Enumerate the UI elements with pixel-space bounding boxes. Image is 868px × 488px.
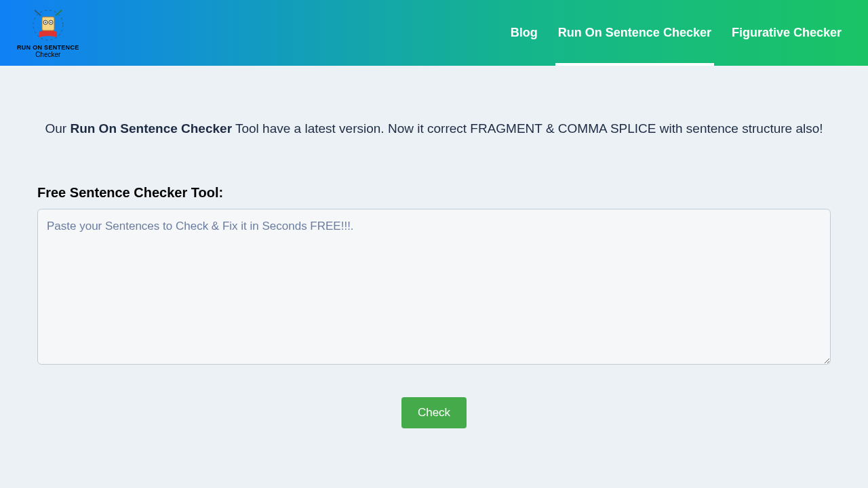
intro-post: Tool have a latest version. Now it corre…	[232, 121, 823, 136]
nav-figurative-checker[interactable]: Figurative Checker	[729, 0, 844, 66]
intro-text: Our Run On Sentence Checker Tool have a …	[37, 121, 831, 136]
nav-blog[interactable]: Blog	[508, 0, 540, 66]
main-content: Our Run On Sentence Checker Tool have a …	[0, 66, 868, 428]
intro-bold: Run On Sentence Checker	[70, 121, 232, 136]
button-row: Check	[37, 397, 831, 428]
intro-pre: Our	[45, 121, 70, 136]
header: RUN ON SENTENCE Checker Blog Run On Sent…	[0, 0, 868, 66]
tool-title: Free Sentence Checker Tool:	[37, 185, 831, 201]
svg-point-4	[45, 22, 46, 23]
logo-text-main: RUN ON SENTENCE	[17, 44, 79, 51]
main-nav: Blog Run On Sentence Checker Figurative …	[508, 0, 844, 66]
logo[interactable]: RUN ON SENTENCE Checker	[17, 7, 79, 58]
logo-icon	[24, 7, 72, 43]
check-button[interactable]: Check	[401, 397, 467, 428]
logo-text-sub: Checker	[35, 51, 60, 58]
sentence-input[interactable]	[37, 209, 831, 365]
nav-runon-checker[interactable]: Run On Sentence Checker	[555, 0, 714, 66]
svg-point-5	[50, 22, 52, 23]
